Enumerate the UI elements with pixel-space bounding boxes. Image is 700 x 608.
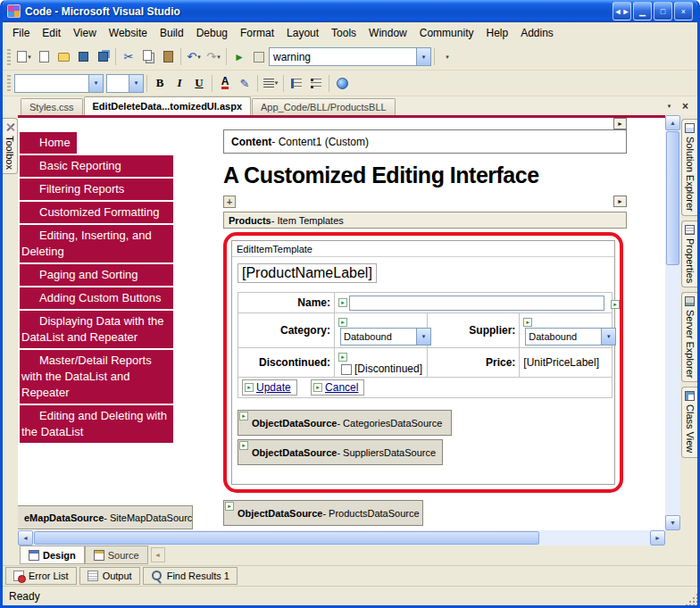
close-document-button[interactable]: × [679,99,692,112]
nav-item-master-detail-reports[interactable]: Master/Detail Reports with the DataList … [20,350,173,404]
chevron-down-icon[interactable]: ▾ [416,329,430,345]
category-dropdown[interactable]: Databound▾ [340,328,431,346]
italic-button[interactable]: I [170,73,189,93]
nav-item-adding-custom-buttons[interactable]: Adding Custom Buttons [20,287,173,309]
tab-scroll-left-button[interactable]: ◄ [151,547,165,562]
scroll-left-button[interactable]: ◄ [18,530,33,546]
menu-addins[interactable]: Addins [514,24,560,42]
font-size-combobox[interactable]: ▾ [106,74,144,93]
bold-button[interactable]: B [150,73,170,93]
move-handle-icon[interactable]: + [223,196,236,208]
unit-price-label[interactable]: [UnitPriceLabel] [523,356,599,369]
menu-debug[interactable]: Debug [190,24,234,42]
supplier-dropdown[interactable]: Databound▾ [525,328,616,346]
nav-item-home[interactable]: Home [20,132,77,154]
horizontal-scroll-thumb[interactable] [34,531,539,545]
toolbar-grip[interactable] [7,75,11,91]
minimize-button[interactable]: ▁ [633,2,652,21]
add-item-button[interactable] [34,47,54,67]
scroll-up-button[interactable]: ▲ [665,115,680,130]
start-debug-button[interactable]: ► [229,47,249,67]
tab-styles-css[interactable]: Styles.css [21,98,83,115]
menu-window[interactable]: Window [362,24,413,42]
resize-grip[interactable] [685,593,697,605]
update-button[interactable]: ▸Update [242,379,297,396]
smart-tag-button[interactable]: ► [613,118,627,129]
document-list-dropdown-button[interactable]: ▾ [662,99,676,112]
vertical-scrollbar[interactable]: ▲ ▼ [665,115,680,530]
redo-button[interactable]: ↷▾ [204,47,223,67]
align-button[interactable]: ▾ [261,73,280,93]
tab-source-view[interactable]: Source [85,546,148,564]
save-button[interactable] [73,47,93,67]
restore-button[interactable]: □ [654,2,672,21]
tab-properties[interactable]: Properties [681,221,697,287]
scroll-right-button[interactable]: ► [650,530,665,546]
menu-file[interactable]: File [6,24,36,42]
highlight-button[interactable]: ✎ [235,73,254,93]
menu-format[interactable]: Format [234,24,280,42]
suppliers-datasource-control[interactable]: ▸ ObjectDataSource - SuppliersDataSource [238,439,443,465]
font-color-button[interactable]: A [215,73,235,93]
toolbar-options-button[interactable]: ▾ [438,47,457,67]
products-control-header[interactable]: Products - Item Templates [223,212,627,229]
nav-item-paging-sorting[interactable]: Paging and Sorting [20,264,173,286]
find-in-files-button[interactable] [249,47,269,67]
nav-item-filtering-reports[interactable]: Filtering Reports [20,179,173,200]
nav-item-displaying-datalist-repeater[interactable]: Displaying Data with the DataList and Re… [20,311,173,348]
smart-tag-button[interactable]: ► [613,196,627,207]
save-all-button[interactable] [93,47,112,67]
font-name-combobox[interactable]: ▾ [14,74,104,93]
categories-datasource-control[interactable]: ▸ ObjectDataSource - CategoriesDataSourc… [238,410,452,436]
tab-find-results[interactable]: Find Results 1 [143,567,238,585]
numbered-list-button[interactable] [287,73,306,93]
textbox-smart-tag-icon[interactable]: ▸ [611,300,620,309]
nav-item-customized-formatting[interactable]: Customized Formatting [20,202,173,223]
new-item-button[interactable]: ▾ [14,47,34,67]
tab-output[interactable]: Output [79,567,140,585]
cut-button[interactable]: ✂ [119,47,138,67]
chevron-down-icon[interactable]: ▾ [416,48,430,65]
design-surface[interactable]: Home Basic Reporting Filtering Reports C… [18,115,665,530]
tab-error-list[interactable]: Error List [5,567,77,585]
product-name-label[interactable]: [ProductNameLabel] [238,263,377,283]
menu-tools[interactable]: Tools [325,24,362,42]
tab-class-view[interactable]: Class View [681,387,697,457]
find-combobox[interactable]: warning ▾ [269,47,431,66]
vertical-scroll-thumb[interactable] [666,131,679,265]
tab-editdeletedata-aspx[interactable]: EditDeleteData...tomizedUI.aspx [84,96,252,115]
tab-toolbox[interactable]: Toolbox [3,118,18,174]
nav-item-editing-deleting-datalist[interactable]: Editing and Deleting with the DataList [20,405,173,443]
chevron-down-icon[interactable]: ▾ [129,75,143,92]
nav-item-basic-reporting[interactable]: Basic Reporting [20,155,173,177]
dock-arrows-button[interactable]: ◄► [612,2,631,21]
sitemap-datasource-control[interactable]: eMapDataSource - SiteMapDataSource1 [18,505,193,529]
toolbar-grip[interactable] [7,49,11,65]
chevron-down-icon[interactable]: ▾ [601,329,615,345]
tab-solution-explorer[interactable]: Solution Explorer [681,119,697,216]
hyperlink-button[interactable] [332,73,352,93]
chevron-down-icon[interactable]: ▾ [88,75,103,92]
horizontal-scrollbar[interactable]: ◄ ► [18,530,665,546]
nav-item-editing-inserting-deleting[interactable]: Editing, Inserting, and Deleting [20,225,173,262]
copy-button[interactable] [138,47,158,67]
menu-community[interactable]: Community [413,24,480,42]
tab-productsbll[interactable]: App_Code/BLL/ProductsBLL [252,98,396,115]
menu-edit[interactable]: Edit [36,24,67,42]
tab-server-explorer[interactable]: Server Explorer [681,292,697,382]
undo-button[interactable]: ↶▾ [184,47,204,67]
menu-build[interactable]: Build [154,24,190,42]
name-textbox[interactable] [349,296,604,311]
close-button[interactable]: × [674,2,693,21]
scroll-down-button[interactable]: ▼ [665,515,680,530]
menu-help[interactable]: Help [479,24,514,42]
content-placeholder-header[interactable]: Content - Content1 (Custom) [223,129,627,154]
products-datasource-control[interactable]: ▸ ObjectDataSource - ProductsDataSource [223,500,423,526]
menu-layout[interactable]: Layout [280,24,325,42]
bullet-list-button[interactable] [306,73,326,93]
open-file-button[interactable] [54,47,73,67]
menu-website[interactable]: Website [103,24,154,42]
underline-button[interactable]: U [189,73,209,93]
paste-button[interactable] [158,47,178,67]
tab-design-view[interactable]: Design [20,546,85,564]
